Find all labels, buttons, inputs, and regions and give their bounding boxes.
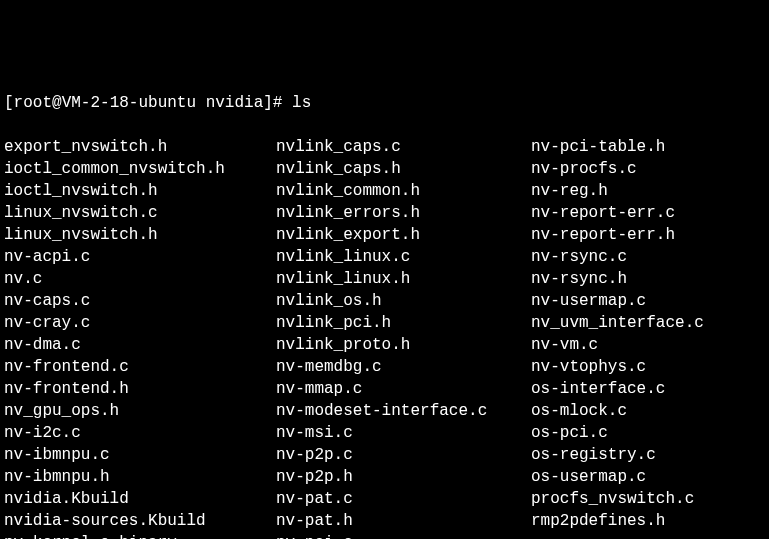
file-entry: nvidia.Kbuild: [4, 488, 276, 510]
file-entry: nv-modeset-interface.c: [276, 400, 531, 422]
file-entry: nv-mmap.c: [276, 378, 531, 400]
file-entry: nvlink_errors.h: [276, 202, 531, 224]
file-entry: nv-acpi.c: [4, 246, 276, 268]
file-entry: nvlink_common.h: [276, 180, 531, 202]
file-entry: nv-frontend.h: [4, 378, 276, 400]
file-entry: nv-memdbg.c: [276, 356, 531, 378]
file-entry: nvlink_export.h: [276, 224, 531, 246]
file-entry: nv-vtophys.c: [531, 356, 765, 378]
file-entry: nvlink_caps.c: [276, 136, 531, 158]
file-entry: nv-i2c.c: [4, 422, 276, 444]
file-entry: nv-vm.c: [531, 334, 765, 356]
file-entry: nv.c: [4, 268, 276, 290]
file-entry: nv-caps.c: [4, 290, 276, 312]
file-entry: os-interface.c: [531, 378, 765, 400]
file-entry: ioctl_common_nvswitch.h: [4, 158, 276, 180]
file-entry: nvlink_linux.c: [276, 246, 531, 268]
prompt-bracket-close: ]#: [263, 94, 292, 112]
file-entry: os-mlock.c: [531, 400, 765, 422]
file-entry: rmp2pdefines.h: [531, 510, 765, 532]
file-entry: nv-ibmnpu.h: [4, 466, 276, 488]
prompt-space: [196, 94, 206, 112]
file-entry: os-registry.c: [531, 444, 765, 466]
ls-output: export_nvswitch.hnvlink_caps.cnv-pci-tab…: [4, 136, 765, 539]
file-entry: nv-cray.c: [4, 312, 276, 334]
file-entry: linux_nvswitch.c: [4, 202, 276, 224]
file-entry: ioctl_nvswitch.h: [4, 180, 276, 202]
file-entry: nvlink_caps.h: [276, 158, 531, 180]
file-entry: nv-reg.h: [531, 180, 765, 202]
file-entry: nv-msi.c: [276, 422, 531, 444]
file-entry: os-pci.c: [531, 422, 765, 444]
file-entry: [531, 532, 765, 539]
file-entry: nv-kernel.o_binary: [4, 532, 276, 539]
command-text: ls: [292, 94, 311, 112]
terminal-prompt-line-1: [root@VM-2-18-ubuntu nvidia]# ls: [4, 92, 765, 114]
prompt-user: root: [14, 94, 52, 112]
file-entry: os-usermap.c: [531, 466, 765, 488]
prompt-at: @: [52, 94, 62, 112]
file-entry: nv-procfs.c: [531, 158, 765, 180]
file-entry: nv-rsync.h: [531, 268, 765, 290]
file-entry: nv-rsync.c: [531, 246, 765, 268]
file-entry: nvlink_pci.h: [276, 312, 531, 334]
file-entry: nv-usermap.c: [531, 290, 765, 312]
prompt-cwd: nvidia: [206, 94, 264, 112]
file-entry: nv-pat.c: [276, 488, 531, 510]
file-entry: nv-frontend.c: [4, 356, 276, 378]
file-entry: nvlink_linux.h: [276, 268, 531, 290]
file-entry: nv-ibmnpu.c: [4, 444, 276, 466]
file-entry: nv-pci.c: [276, 532, 531, 539]
file-entry: nv-pat.h: [276, 510, 531, 532]
prompt-bracket: [: [4, 94, 14, 112]
file-entry: nvlink_proto.h: [276, 334, 531, 356]
file-entry: nv_uvm_interface.c: [531, 312, 765, 334]
file-entry: nv-pci-table.h: [531, 136, 765, 158]
file-entry: nvlink_os.h: [276, 290, 531, 312]
file-entry: nv-dma.c: [4, 334, 276, 356]
file-entry: nv-p2p.h: [276, 466, 531, 488]
file-entry: nv_gpu_ops.h: [4, 400, 276, 422]
file-entry: nvidia-sources.Kbuild: [4, 510, 276, 532]
file-entry: linux_nvswitch.h: [4, 224, 276, 246]
file-entry: nv-p2p.c: [276, 444, 531, 466]
file-entry: export_nvswitch.h: [4, 136, 276, 158]
file-entry: nv-report-err.c: [531, 202, 765, 224]
prompt-host: VM-2-18-ubuntu: [62, 94, 196, 112]
file-entry: nv-report-err.h: [531, 224, 765, 246]
file-entry: procfs_nvswitch.c: [531, 488, 765, 510]
